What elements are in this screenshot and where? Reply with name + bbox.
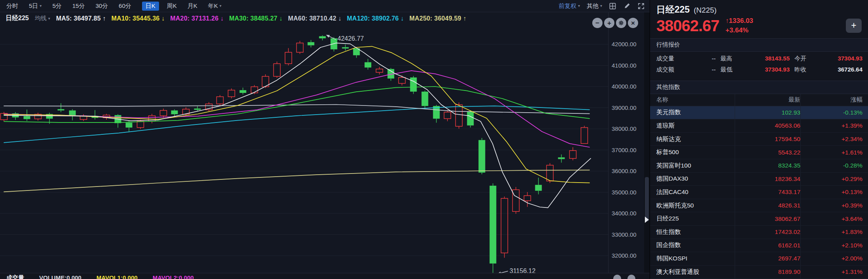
- stock-app: 分时 5日▾ 5分 15分 30分 60分 日K 周K 月K 年K▾ 前复权▾ …: [0, 0, 868, 279]
- field-value: 37304.93: [765, 66, 790, 74]
- svg-text:36000.00: 36000.00: [612, 168, 637, 174]
- tab-minute[interactable]: 分时: [6, 2, 18, 10]
- add-to-watchlist-button[interactable]: +: [846, 19, 862, 33]
- tab-5day[interactable]: 5日▾: [29, 2, 42, 10]
- zoom-in-icon[interactable]: +: [604, 18, 614, 28]
- table-row[interactable]: 国企指数6162.01+2.10%: [650, 239, 868, 253]
- table-row[interactable]: 日经22538062.67+3.64%: [650, 212, 868, 226]
- ma-value-ma20: MA20: 37131.26 ↓: [170, 15, 224, 22]
- volume-indicator-bar: 成交量 VOLUME:0.000MAVOL1:0.000MAVOL2:0.000: [6, 274, 194, 279]
- tab-30min[interactable]: 30分: [95, 2, 108, 10]
- svg-text:42000.00: 42000.00: [612, 41, 637, 47]
- index-change: +2.10%: [800, 239, 862, 252]
- col-change: 涨幅: [800, 94, 862, 106]
- table-row[interactable]: 标普5005543.22+1.61%: [650, 146, 868, 159]
- table-row[interactable]: 英国富时1008324.35-0.28%: [650, 159, 868, 173]
- other-dropdown[interactable]: 其他▾: [587, 2, 602, 10]
- section-header-other-indices: 其他指数: [650, 81, 868, 94]
- index-change: +1.83%: [800, 226, 862, 239]
- field-value: 36726.64: [838, 66, 862, 74]
- chart-symbol-label: 日经225: [6, 14, 29, 23]
- volume-value-1: MAVOL1:0.000: [97, 274, 138, 279]
- adjust-mode-dropdown[interactable]: 前复权▾: [559, 2, 580, 10]
- tab-15min[interactable]: 15分: [72, 2, 85, 10]
- tab-60min[interactable]: 60分: [119, 2, 131, 10]
- table-row[interactable]: 美元指数102.93-0.13%: [650, 106, 868, 120]
- tab-monthly-k[interactable]: 月K: [188, 2, 197, 10]
- chart-action-icons: −+×: [592, 18, 638, 28]
- table-row[interactable]: 纳斯达克17594.50+2.34%: [650, 133, 868, 146]
- instrument-name: 日经225: [656, 4, 690, 16]
- brush-icon[interactable]: [623, 2, 631, 10]
- table-row[interactable]: 澳大利亚普通股8189.90+1.31%: [650, 266, 868, 279]
- svg-text:38000.00: 38000.00: [612, 125, 637, 132]
- table-row[interactable]: 恒生指数17423.02+1.83%: [650, 226, 868, 239]
- index-change: +0.29%: [800, 173, 862, 186]
- tab-yearly-k[interactable]: 年K▾: [208, 2, 222, 10]
- quote-header: 日经225 (N225) 38062.67 ↑1336.03 +3.64% +: [650, 0, 868, 35]
- tab-daily-k[interactable]: 日K: [142, 2, 159, 11]
- index-last: 5543.22: [735, 146, 800, 159]
- index-last: 38062.67: [735, 212, 800, 225]
- candlestick-chart[interactable]: 42000.0041000.0040000.0039000.0038000.00…: [0, 0, 650, 279]
- index-change: +0.13%: [800, 186, 862, 199]
- svg-text:35000.00: 35000.00: [612, 189, 637, 196]
- table-row[interactable]: 德国DAX3018236.34+0.29%: [650, 173, 868, 186]
- instrument-code: (N225): [694, 6, 716, 15]
- tab-5min[interactable]: 5分: [52, 2, 61, 10]
- col-name: 名称: [656, 94, 735, 106]
- field-label: 最高: [720, 55, 732, 62]
- index-name: 纳斯达克: [656, 133, 735, 146]
- fullscreen-icon[interactable]: [637, 2, 645, 10]
- ma-selector-dropdown[interactable]: 均线▾: [35, 15, 50, 22]
- field-value: 38143.55: [765, 55, 790, 62]
- index-name: 国企指数: [656, 239, 735, 252]
- index-name: 澳大利亚普通股: [656, 266, 735, 279]
- field-label: 昨收: [794, 66, 806, 74]
- svg-text:32000.00: 32000.00: [612, 252, 637, 259]
- last-price: 38062.67: [656, 17, 719, 34]
- chevron-down-icon: ▾: [600, 4, 602, 8]
- settings-icon[interactable]: [616, 18, 626, 28]
- period-toolbar: 分时 5日▾ 5分 15分 30分 60分 日K 周K 月K 年K▾ 前复权▾ …: [0, 0, 650, 12]
- table-row[interactable]: 道琼斯40563.06+1.39%: [650, 119, 868, 133]
- index-name: 道琼斯: [656, 119, 735, 132]
- close-icon[interactable]: ×: [628, 18, 638, 28]
- svg-text:40000.00: 40000.00: [612, 83, 637, 90]
- table-row[interactable]: 韩国KOSPI2697.47+2.00%: [650, 252, 868, 266]
- field-value: --: [712, 55, 716, 62]
- toolbar-right: 前复权▾ 其他▾: [559, 2, 645, 10]
- grid-layout-icon[interactable]: [609, 2, 616, 10]
- ma-value-ma60: MA60: 38710.42 ↓: [288, 15, 341, 22]
- zoom-out-icon[interactable]: −: [592, 18, 603, 28]
- col-last: 最新: [735, 94, 800, 106]
- index-name: 恒生指数: [656, 226, 735, 239]
- index-name: 法国CAC40: [656, 186, 735, 199]
- chart-panel: 分时 5日▾ 5分 15分 30分 60分 日K 周K 月K 年K▾ 前复权▾ …: [0, 0, 650, 279]
- index-last: 18236.34: [735, 173, 800, 186]
- index-last: 17423.02: [735, 226, 800, 239]
- index-name: 日经225: [656, 212, 735, 225]
- chevron-down-icon: ▾: [578, 4, 580, 8]
- svg-text:37000.00: 37000.00: [612, 147, 637, 153]
- index-change: -0.28%: [800, 159, 862, 172]
- chevron-down-icon: ▾: [220, 4, 222, 8]
- volume-pane-label: 成交量: [6, 274, 24, 279]
- section-header-quotes: 行情报价: [650, 38, 868, 52]
- volume-value-0: VOLUME:0.000: [39, 274, 81, 279]
- svg-text:33000.00: 33000.00: [612, 231, 637, 238]
- volume-value-2: MAVOL2:0.000: [153, 274, 194, 279]
- ma-value-ma250: MA250: 36049.59 ↑: [409, 15, 466, 22]
- ma-value-ma10: MA10: 35445.36 ↓: [111, 15, 165, 22]
- ma-value-ma120: MA120: 38902.76 ↓: [347, 15, 404, 22]
- index-last: 40563.06: [735, 119, 800, 132]
- index-last: 17594.50: [735, 133, 800, 146]
- index-change: +2.34%: [800, 133, 862, 146]
- field-label: 成交额: [656, 66, 674, 74]
- table-row[interactable]: 法国CAC407433.17+0.13%: [650, 186, 868, 199]
- table-row[interactable]: 欧洲斯托克504826.31+0.39%: [650, 199, 868, 213]
- tab-weekly-k[interactable]: 周K: [167, 2, 177, 10]
- indices-table-body: 美元指数102.93-0.13%道琼斯40563.06+1.39%纳斯达克175…: [650, 106, 868, 279]
- index-name: 韩国KOSPI: [656, 252, 735, 265]
- index-last: 8189.90: [735, 266, 800, 279]
